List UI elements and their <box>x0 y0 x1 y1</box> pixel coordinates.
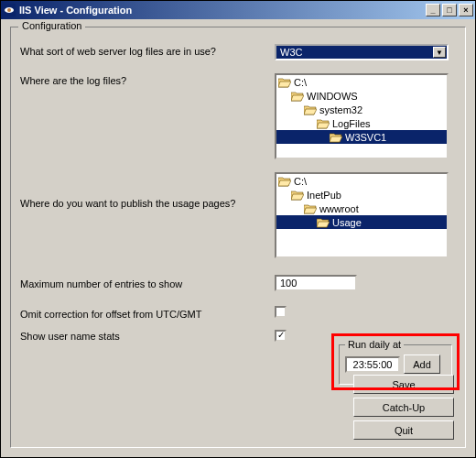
tree-node[interactable]: WINDOWS <box>276 89 447 103</box>
tree-node-label: C:\ <box>294 77 307 88</box>
save-button[interactable]: Save <box>353 375 454 394</box>
folder-open-icon <box>304 104 317 115</box>
publish-path-tree[interactable]: C:\InetPubwwwrootUsage <box>275 172 449 258</box>
folder-open-icon <box>317 217 330 228</box>
tree-node-label: W3SVC1 <box>345 132 386 143</box>
show-user-checkbox[interactable]: ✓ <box>275 330 287 342</box>
publish-path-label: Where do you want to publish the usage p… <box>20 172 267 209</box>
minimize-button[interactable]: _ <box>426 4 440 16</box>
maximize-button[interactable]: □ <box>442 4 457 16</box>
svg-point-2 <box>7 8 11 12</box>
tree-node[interactable]: Usage <box>276 215 447 229</box>
log-path-tree[interactable]: C:\WINDOWSsystem32LogFilesW3SVC1 <box>275 73 449 159</box>
svg-marker-14 <box>278 180 291 186</box>
quit-button[interactable]: Quit <box>353 420 454 440</box>
log-type-label: What sort of web server log files are in… <box>20 44 267 57</box>
tree-node[interactable]: system32 <box>276 103 447 116</box>
svg-marker-16 <box>291 194 304 200</box>
tree-node-label: InetPub <box>307 190 341 201</box>
folder-open-icon <box>317 118 330 129</box>
scheduler-legend: Run daily at <box>345 339 404 350</box>
app-window: IIS View - Configuration _ □ × Configura… <box>0 0 476 458</box>
catchup-button[interactable]: Catch-Up <box>353 398 454 417</box>
schedule-time-input[interactable] <box>345 356 400 373</box>
svg-marker-10 <box>317 123 330 128</box>
tree-node[interactable]: C:\ <box>276 174 447 188</box>
configuration-group: Configuration What sort of web server lo… <box>10 27 466 448</box>
log-path-label: Where are the log files? <box>20 73 267 86</box>
tree-node-label: WINDOWS <box>307 91 358 102</box>
chevron-down-icon[interactable]: ▼ <box>433 47 446 58</box>
folder-open-icon <box>291 91 304 102</box>
folder-open-icon <box>330 132 342 143</box>
max-entries-label: Maximum number of entries to show <box>20 277 267 289</box>
svg-marker-18 <box>304 208 317 213</box>
tree-node[interactable]: InetPub <box>276 188 447 202</box>
eye-icon <box>3 4 16 16</box>
window-controls: _ □ × <box>426 4 473 16</box>
tree-node-label: Usage <box>332 217 362 228</box>
folder-open-icon <box>278 176 291 187</box>
svg-marker-4 <box>278 82 291 87</box>
show-user-label: Show user name stats <box>20 329 267 342</box>
svg-marker-6 <box>291 95 304 101</box>
client-area: Configuration What sort of web server lo… <box>1 19 475 457</box>
tree-node-label: LogFiles <box>332 118 371 129</box>
svg-marker-8 <box>304 109 317 114</box>
action-buttons: Save Catch-Up Quit <box>353 375 454 440</box>
folder-open-icon <box>304 203 317 214</box>
tree-node[interactable]: W3SVC1 <box>276 130 447 144</box>
window-title: IIS View - Configuration <box>19 5 426 16</box>
log-type-dropdown[interactable]: W3C ▼ <box>275 44 449 60</box>
log-type-value: W3C <box>280 47 302 58</box>
svg-marker-20 <box>317 222 330 227</box>
tree-node-label: wwwroot <box>319 203 359 214</box>
tree-node[interactable]: C:\ <box>276 75 447 89</box>
tree-node-label: system32 <box>319 104 362 115</box>
omit-offset-label: Omit correction for offset from UTC/GMT <box>20 307 267 320</box>
folder-open-icon <box>291 190 304 201</box>
titlebar: IIS View - Configuration _ □ × <box>1 1 475 19</box>
tree-node[interactable]: LogFiles <box>276 116 447 130</box>
max-entries-input[interactable] <box>275 275 357 291</box>
folder-open-icon <box>278 77 291 88</box>
add-button[interactable]: Add <box>404 354 440 374</box>
tree-node[interactable]: wwwroot <box>276 202 447 215</box>
tree-node-label: C:\ <box>294 176 307 187</box>
svg-marker-12 <box>330 136 342 142</box>
group-legend: Configuration <box>18 20 85 31</box>
close-button[interactable]: × <box>459 4 473 16</box>
omit-offset-checkbox[interactable] <box>275 306 287 318</box>
